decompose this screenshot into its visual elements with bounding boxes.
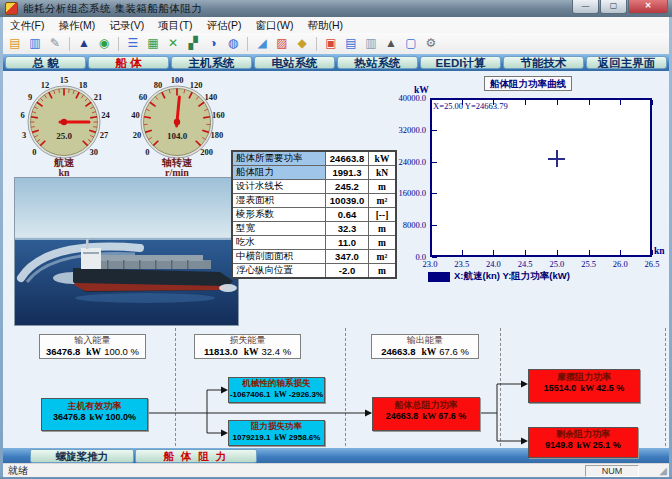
menu-item-3[interactable]: 项目(T) xyxy=(151,18,199,33)
nav-tab-2[interactable]: 主机系统 xyxy=(171,56,252,69)
output-energy-unit: kW xyxy=(421,347,436,357)
gear-icon[interactable]: ⚙ xyxy=(422,35,440,52)
main-engine-power-unit: kW xyxy=(90,412,104,422)
row-value[interactable]: 24663.8 xyxy=(326,151,369,166)
status-message: 就绪 xyxy=(8,464,28,477)
menu-item-5[interactable]: 窗口(W) xyxy=(249,18,301,33)
shaft-loss-title: 机械性的轴系损失 xyxy=(229,378,324,389)
row-value[interactable]: 32.3 xyxy=(326,222,369,236)
menu-item-4[interactable]: 评估(P) xyxy=(200,18,249,33)
monitor-icon[interactable]: ▢ xyxy=(402,35,420,52)
nav-tab-0[interactable]: 总 貌 xyxy=(5,56,86,69)
nav-tab-7[interactable]: 返回主界面 xyxy=(586,56,667,69)
row-value[interactable]: -2.0 xyxy=(326,264,369,279)
input-energy-value: 36476.8 xyxy=(46,346,80,357)
save-icon[interactable]: ▥ xyxy=(26,35,44,52)
x-tick-label: 25.0 xyxy=(543,259,571,269)
image-icon[interactable]: ▦ xyxy=(144,35,162,52)
pause-icon[interactable]: ◑ xyxy=(204,35,222,52)
x-tick-mark xyxy=(652,250,653,255)
list-icon[interactable]: ☰ xyxy=(124,35,142,52)
friction-title: 摩擦阻力功率 xyxy=(529,372,639,383)
row-value[interactable]: 11.0 xyxy=(326,236,369,250)
svg-text:9: 9 xyxy=(28,92,32,102)
residual-title: 剩余阻力功率 xyxy=(529,429,637,440)
world-icon[interactable]: ◍ xyxy=(224,35,242,52)
building-icon[interactable]: ▥ xyxy=(362,35,380,52)
y-tick-label: 8000.0 xyxy=(388,220,426,230)
nav-tab-1[interactable]: 船 体 xyxy=(88,56,169,69)
bottom-tab-0[interactable]: 螺旋桨推力 xyxy=(30,449,134,463)
globe-icon[interactable]: ◉ xyxy=(95,35,113,52)
menu-item-0[interactable]: 文件(F) xyxy=(3,18,51,33)
x-axis-unit-label: kn xyxy=(654,246,665,256)
window-title: 能耗分析组态系统 集装箱船船体阻力 xyxy=(23,2,202,16)
row-value[interactable]: 347.0 xyxy=(326,250,369,264)
output-energy-box: 输出能量 24663.8kW67.6 % xyxy=(371,334,479,359)
loss-energy-unit: kW xyxy=(244,347,259,357)
panel-icon[interactable]: ▤ xyxy=(342,35,360,52)
x-tick-mark xyxy=(430,100,431,105)
nav-tab-4[interactable]: 热站系统 xyxy=(337,56,418,69)
curve-icon[interactable]: ◢ xyxy=(253,35,271,52)
x-tick-label: 23.5 xyxy=(448,259,476,269)
section-separator xyxy=(175,328,176,446)
menu-bar: 文件(F)操作(M)记录(V)项目(T)评估(P)窗口(W)帮助(H) xyxy=(3,17,669,34)
image-error-icon[interactable]: ▨ xyxy=(273,35,291,52)
chart-plot-area[interactable] xyxy=(430,98,652,257)
calendar-icon[interactable]: ▣ xyxy=(322,35,340,52)
chart-icon[interactable]: ▞ xyxy=(184,35,202,52)
menu-item-6[interactable]: 帮助(H) xyxy=(301,18,351,33)
table-row: 设计水线长245.2m xyxy=(232,180,396,194)
toolbar-separator xyxy=(69,37,70,51)
loss-energy-value: 11813.0 xyxy=(204,346,238,357)
container-ship-photo xyxy=(14,177,239,326)
section-separator xyxy=(345,328,346,446)
toolbar-separator xyxy=(316,37,317,51)
user-icon[interactable]: ▲ xyxy=(382,35,400,52)
hull-total-resistance-box: 船体总阻力功率 24663.8kW67.6 % xyxy=(372,397,480,431)
hull-total-value: 24663.8 xyxy=(386,411,419,421)
table-row: 船体阻力1991.3kN xyxy=(232,166,396,180)
nav-tab-3[interactable]: 电站系统 xyxy=(254,56,335,69)
nav-tab-bar: 总 貌船 体主机系统电站系统热站系统EEDI计算节能技术返回主界面 xyxy=(3,54,669,71)
expand-icon[interactable]: ✕ xyxy=(164,35,182,52)
row-label: 设计水线长 xyxy=(232,180,326,194)
row-value[interactable]: 0.64 xyxy=(326,208,369,222)
close-button[interactable]: ✕ xyxy=(628,0,668,14)
output-energy-title: 输出能量 xyxy=(372,335,478,346)
menu-item-1[interactable]: 操作(M) xyxy=(51,18,102,33)
palette-icon[interactable]: ◆ xyxy=(293,35,311,52)
svg-text:12: 12 xyxy=(41,80,50,90)
edit-icon[interactable]: ✎ xyxy=(46,35,64,52)
nav-tab-5[interactable]: EEDI计算 xyxy=(420,56,501,69)
bottom-tab-1[interactable]: 船 体 阻 力 xyxy=(135,449,257,463)
table-row: 中横剖面面积347.0m² xyxy=(232,250,396,264)
y-tick-mark xyxy=(432,257,437,258)
svg-text:3: 3 xyxy=(22,130,26,140)
ship-icon[interactable]: ▲ xyxy=(75,35,93,52)
legend-label: X:航速(kn) Y:阻力功率(kW) xyxy=(454,270,570,283)
svg-text:180: 180 xyxy=(211,130,224,140)
svg-text:160: 160 xyxy=(212,110,225,120)
row-value[interactable]: 10039.0 xyxy=(326,194,369,208)
x-tick-mark xyxy=(493,100,494,105)
hull-parameters-table: 船体所需要功率24663.8kW船体阻力1991.3kN设计水线长245.2m湿… xyxy=(231,150,397,279)
title-bar: 能耗分析组态系统 集装箱船船体阻力 — ▢ ✕ xyxy=(0,0,672,17)
loss-energy-title: 损失能量 xyxy=(195,335,300,346)
y-tick-mark xyxy=(432,162,437,163)
new-icon[interactable]: ▤ xyxy=(6,35,24,52)
resize-grip[interactable]: ◢ xyxy=(659,465,667,476)
menu-item-2[interactable]: 记录(V) xyxy=(102,18,151,33)
nav-tab-6[interactable]: 节能技术 xyxy=(503,56,584,69)
row-value[interactable]: 1991.3 xyxy=(326,166,369,180)
input-energy-unit: kW xyxy=(86,347,101,357)
svg-text:18: 18 xyxy=(79,80,88,90)
minimize-button[interactable]: — xyxy=(572,0,599,14)
row-label: 船体所需要功率 xyxy=(232,151,326,166)
row-value[interactable]: 245.2 xyxy=(326,180,369,194)
x-tick-label: 26.5 xyxy=(638,259,666,269)
x-tick-mark xyxy=(589,100,590,105)
maximize-button[interactable]: ▢ xyxy=(600,0,627,14)
row-label: 型宽 xyxy=(232,222,326,236)
